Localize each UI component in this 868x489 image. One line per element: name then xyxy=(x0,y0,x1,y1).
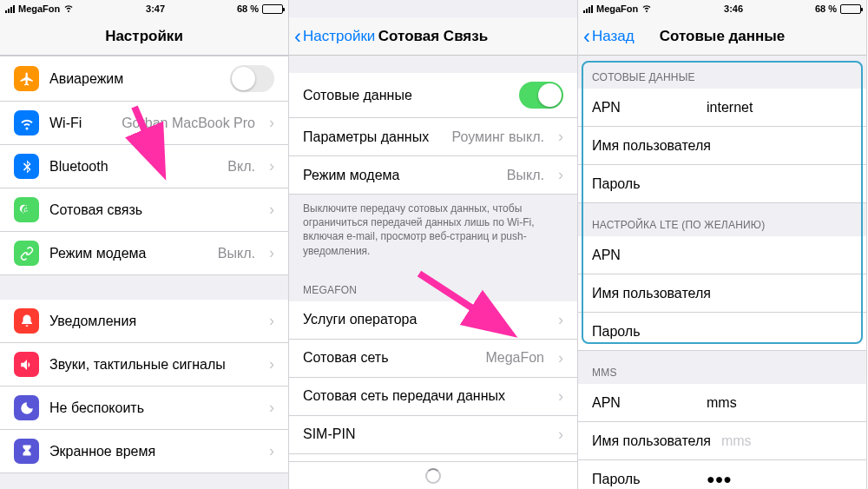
row-mms-pass[interactable]: Пароль ●●● xyxy=(578,460,866,489)
field-key: APN xyxy=(592,395,696,411)
clock-label: 3:47 xyxy=(146,3,165,14)
field-key: APN xyxy=(592,100,696,116)
signal-icon xyxy=(583,5,593,13)
row-data-options[interactable]: Параметры данных Роуминг выкл. › xyxy=(289,118,577,156)
field-key: Имя пользователя xyxy=(592,433,711,449)
nav-bar: ‹ Настройки Сотовая Связь xyxy=(289,17,577,56)
battery-icon xyxy=(840,4,861,14)
field-key: APN xyxy=(592,248,696,263)
carrier-label: MegaFon xyxy=(18,3,60,14)
row-lte-user[interactable]: Имя пользователя xyxy=(578,274,866,313)
field-key: Пароль xyxy=(592,324,696,340)
wifi-icon xyxy=(63,3,74,15)
wifi-icon xyxy=(14,110,39,135)
chevron-right-icon: › xyxy=(558,349,563,367)
chevron-right-icon: › xyxy=(558,426,563,444)
row-sim-apps[interactable]: SIM-программы › xyxy=(289,454,577,461)
row-data-network[interactable]: Сотовая сеть передачи данных › xyxy=(289,378,577,416)
row-bluetooth[interactable]: Bluetooth Вкл. › xyxy=(0,145,288,188)
row-label: Уведомления xyxy=(49,314,259,329)
row-carrier-services[interactable]: Услуги оператора › xyxy=(289,301,577,340)
chevron-right-icon: › xyxy=(269,201,274,219)
cellular-data-toggle[interactable] xyxy=(519,82,563,109)
group-header-megafon: MEGAFON xyxy=(289,268,577,301)
row-label: Экранное время xyxy=(49,444,259,459)
nav-title: Сотовые данные xyxy=(660,28,786,45)
chevron-right-icon: › xyxy=(269,399,274,417)
row-label: Режим модема xyxy=(49,246,207,261)
bluetooth-icon xyxy=(14,154,39,179)
chevron-right-icon: › xyxy=(558,311,563,329)
field-value[interactable]: ●●● xyxy=(707,472,852,487)
row-label: Авиарежим xyxy=(49,71,220,87)
chevron-right-icon: › xyxy=(269,244,274,262)
spinner-icon xyxy=(425,468,441,484)
row-detail: MegaFon xyxy=(485,350,544,366)
nav-title: Сотовая Связь xyxy=(378,28,488,45)
field-value[interactable]: mms xyxy=(721,433,852,449)
nav-bar: ‹ Назад Сотовые данные xyxy=(578,17,866,56)
chevron-left-icon: ‹ xyxy=(583,24,590,49)
row-hotspot[interactable]: Режим модема Выкл. › xyxy=(0,232,288,275)
hourglass-icon xyxy=(14,439,39,464)
battery-icon xyxy=(262,4,283,14)
field-key: Пароль xyxy=(592,176,696,192)
row-notifications[interactable]: Уведомления › xyxy=(0,300,288,343)
group-header-lte: НАСТРОЙКА LTE (ПО ЖЕЛАНИЮ) xyxy=(578,203,866,236)
clock-label: 3:46 xyxy=(724,3,743,14)
row-label: Сотовая сеть xyxy=(303,350,475,366)
row-label: Сотовые данные xyxy=(303,88,509,103)
signal-icon xyxy=(5,5,15,13)
chevron-right-icon: › xyxy=(269,157,274,175)
settings-list[interactable]: Авиарежим Wi-Fi Gorban MacBook Pro › Blu… xyxy=(0,56,288,489)
group-header-mms: MMS xyxy=(578,351,866,384)
row-label: Wi-Fi xyxy=(49,116,111,131)
field-key: Пароль xyxy=(592,472,696,487)
bell-icon xyxy=(14,308,39,334)
row-cellular[interactable]: Сотовая связь › xyxy=(0,188,288,232)
row-mms-user[interactable]: Имя пользователя mms xyxy=(578,422,866,460)
row-detail: Выкл. xyxy=(218,246,255,261)
row-label: Сотовая связь xyxy=(49,202,259,218)
row-dnd[interactable]: Не беспокоить › xyxy=(0,387,288,430)
chevron-right-icon: › xyxy=(558,387,563,406)
row-cell-user[interactable]: Имя пользователя xyxy=(578,127,866,165)
chevron-right-icon: › xyxy=(269,442,274,460)
row-screentime[interactable]: Экранное время › xyxy=(0,430,288,473)
chevron-right-icon: › xyxy=(269,355,274,373)
row-hotspot[interactable]: Режим модема Выкл. › xyxy=(289,156,577,195)
row-network[interactable]: Сотовая сеть MegaFon › xyxy=(289,340,577,378)
field-key: Имя пользователя xyxy=(592,138,711,154)
row-wifi[interactable]: Wi-Fi Gorban MacBook Pro › xyxy=(0,102,288,145)
nav-back-button[interactable]: ‹ Настройки xyxy=(294,17,375,55)
nav-back-label: Назад xyxy=(592,28,635,45)
row-cell-apn[interactable]: APN internet xyxy=(578,89,866,127)
row-detail: Выкл. xyxy=(507,168,544,183)
row-label: SIM-PIN xyxy=(303,426,548,442)
battery-pct-label: 68 % xyxy=(237,3,259,14)
field-value[interactable]: mms xyxy=(707,395,852,411)
row-detail: Роуминг выкл. xyxy=(451,129,544,145)
row-label: Bluetooth xyxy=(49,159,217,175)
row-airplane[interactable]: Авиарежим xyxy=(0,56,288,102)
row-sounds[interactable]: Звуки, тактильные сигналы › xyxy=(0,343,288,387)
row-cellular-data[interactable]: Сотовые данные xyxy=(289,73,577,118)
cellular-list[interactable]: Сотовые данные Параметры данных Роуминг … xyxy=(289,56,577,461)
row-detail: Gorban MacBook Pro xyxy=(122,116,255,131)
apn-list[interactable]: СОТОВЫЕ ДАННЫЕ APN internet Имя пользова… xyxy=(578,56,866,489)
airplane-toggle[interactable] xyxy=(230,65,274,92)
settings-root-pane: MegaFon 3:47 68 % Настройки Авиарежим Wi… xyxy=(0,0,289,489)
field-key: Имя пользователя xyxy=(592,286,711,301)
row-label: Режим модема xyxy=(303,168,496,183)
row-mms-apn[interactable]: APN mms xyxy=(578,384,866,422)
chevron-right-icon: › xyxy=(269,114,274,132)
row-cell-pass[interactable]: Пароль xyxy=(578,165,866,203)
row-lte-pass[interactable]: Пароль xyxy=(578,313,866,351)
nav-back-label: Настройки xyxy=(303,28,375,45)
status-bar: MegaFon 3:46 68 % xyxy=(578,0,866,17)
row-sim-pin[interactable]: SIM-PIN › xyxy=(289,416,577,454)
nav-back-button[interactable]: ‹ Назад xyxy=(583,17,635,55)
row-lte-apn[interactable]: APN xyxy=(578,236,866,274)
row-label: Услуги оператора xyxy=(303,312,548,327)
field-value[interactable]: internet xyxy=(707,100,852,116)
